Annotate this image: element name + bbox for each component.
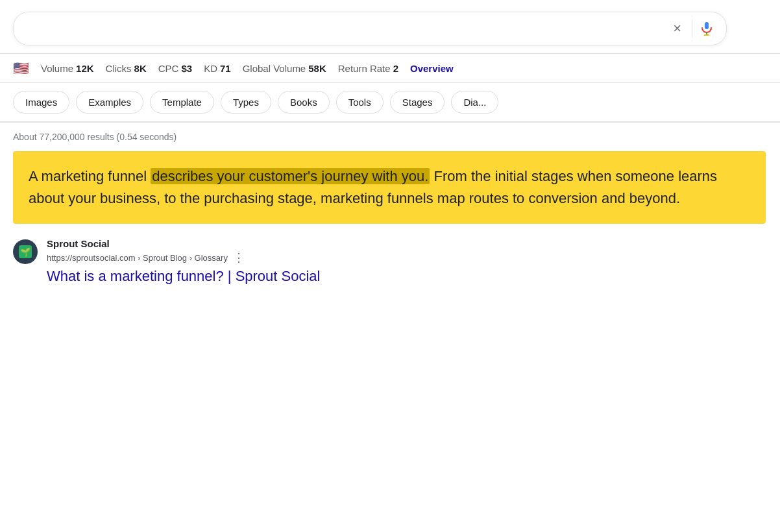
return-rate-label: Return Rate xyxy=(338,63,391,74)
stat-return-rate: Return Rate 2 xyxy=(338,63,398,74)
return-rate-value: 2 xyxy=(393,63,398,74)
cpc-value: $3 xyxy=(181,63,192,74)
search-divider xyxy=(692,19,692,38)
clear-icon[interactable]: × xyxy=(673,20,681,37)
featured-snippet: A marketing funnel describes your custom… xyxy=(13,151,766,224)
result-favicon: 🌱 xyxy=(13,239,38,264)
svg-rect-0 xyxy=(705,22,709,29)
global-volume-value: 58K xyxy=(308,63,326,74)
pill-types[interactable]: Types xyxy=(221,91,271,114)
clicks-label: Clicks xyxy=(106,63,132,74)
pill-examples[interactable]: Examples xyxy=(76,91,143,114)
results-count: About 77,200,000 results (0.54 seconds) xyxy=(13,132,767,142)
result-site-name: Sprout Social xyxy=(47,237,532,250)
search-box[interactable]: marketing funnel × xyxy=(13,12,727,45)
favicon-inner: 🌱 xyxy=(19,245,32,258)
stats-row: 🇺🇸 Volume 12K Clicks 8K CPC $3 KD 71 Glo… xyxy=(0,54,780,83)
results-area: About 77,200,000 results (0.54 seconds) … xyxy=(0,123,780,286)
search-input[interactable]: marketing funnel xyxy=(24,21,673,36)
pills-row: Images Examples Template Types Books Too… xyxy=(0,83,780,123)
overview-link[interactable]: Overview xyxy=(410,63,454,74)
clicks-value: 8K xyxy=(134,63,147,74)
result-title[interactable]: What is a marketing funnel? | Sprout Soc… xyxy=(47,267,532,286)
snippet-text-highlight: describes your customer's journey with y… xyxy=(151,168,430,184)
stat-volume: Volume 12K xyxy=(41,63,94,74)
result-item-sproutsocial: 🌱 Sprout Social https://sproutsocial.com… xyxy=(13,237,532,286)
snippet-text: A marketing funnel describes your custom… xyxy=(29,165,750,210)
result-url-row: https://sproutsocial.com › Sprout Blog ›… xyxy=(47,250,532,265)
kd-value: 71 xyxy=(220,63,231,74)
pill-tools[interactable]: Tools xyxy=(336,91,384,114)
volume-value: 12K xyxy=(76,63,94,74)
pill-books[interactable]: Books xyxy=(278,91,330,114)
kebab-menu-icon[interactable]: ⋮ xyxy=(233,250,245,265)
kd-label: KD xyxy=(204,63,217,74)
mic-icon[interactable] xyxy=(698,19,716,38)
result-url: https://sproutsocial.com › Sprout Blog ›… xyxy=(47,253,228,263)
snippet-text-before: A marketing funnel xyxy=(29,168,151,184)
global-volume-label: Global Volume xyxy=(243,63,306,74)
pill-template[interactable]: Template xyxy=(150,91,214,114)
pill-images[interactable]: Images xyxy=(13,91,69,114)
pill-stages[interactable]: Stages xyxy=(390,91,445,114)
result-meta: Sprout Social https://sproutsocial.com ›… xyxy=(47,237,532,286)
favicon-leaf-icon: 🌱 xyxy=(20,247,30,257)
cpc-label: CPC xyxy=(158,63,179,74)
stat-cpc: CPC $3 xyxy=(158,63,192,74)
volume-label: Volume xyxy=(41,63,73,74)
pill-dia[interactable]: Dia... xyxy=(451,91,498,114)
flag-icon: 🇺🇸 xyxy=(13,60,29,76)
stat-clicks: Clicks 8K xyxy=(106,63,147,74)
stat-kd: KD 71 xyxy=(204,63,231,74)
search-bar-container: marketing funnel × xyxy=(0,0,780,54)
stat-global-volume: Global Volume 58K xyxy=(243,63,326,74)
